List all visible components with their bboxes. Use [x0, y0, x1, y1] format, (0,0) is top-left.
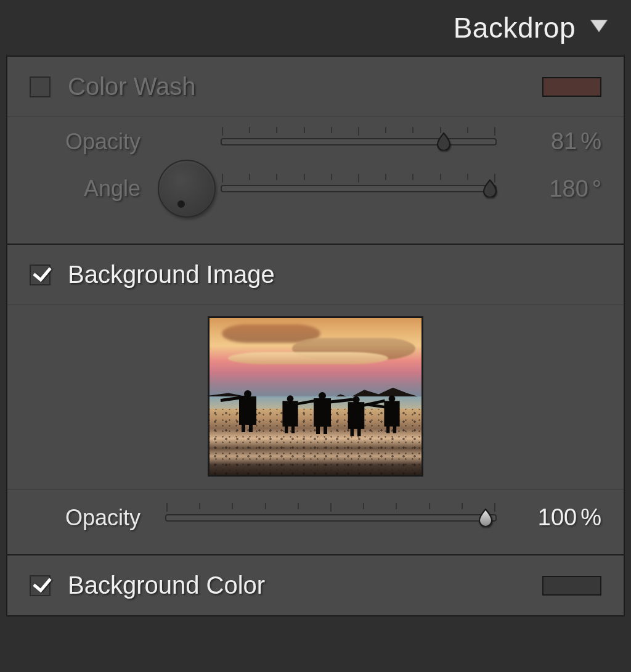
color-wash-swatch[interactable]: [542, 77, 601, 97]
background-color-header: Background Color: [7, 555, 624, 615]
angle-slider-row: Angle: [30, 160, 601, 218]
background-image-thumbnail-area: [7, 305, 624, 489]
color-wash-sliders: Opacity 81%: [7, 117, 624, 244]
opacity-slider-row: Opacity 81%: [30, 128, 601, 155]
opacity-label: Opacity: [30, 129, 153, 155]
bg-image-opacity-value[interactable]: 100%: [497, 504, 601, 531]
svg-marker-0: [590, 20, 608, 32]
panel-header[interactable]: Backdrop: [6, 0, 625, 55]
angle-label: Angle: [30, 176, 153, 202]
panel-body: Color Wash Opacity: [6, 55, 625, 617]
color-wash-header: Color Wash: [7, 57, 624, 117]
background-color-swatch[interactable]: [542, 576, 601, 596]
background-image-thumbnail[interactable]: [208, 316, 423, 477]
slider-thumb-icon[interactable]: [477, 508, 494, 527]
color-wash-opacity-value[interactable]: 81%: [497, 128, 601, 155]
color-wash-angle-slider[interactable]: [221, 176, 497, 201]
background-image-section: Background Image Opacity: [7, 245, 624, 555]
background-color-title: Background Color: [68, 572, 525, 599]
slider-thumb-icon[interactable]: [481, 179, 499, 197]
background-image-title: Background Image: [68, 261, 601, 289]
background-color-section: Background Color: [7, 555, 624, 615]
color-wash-angle-value[interactable]: 180°: [497, 176, 601, 202]
color-wash-section: Color Wash Opacity: [7, 57, 624, 245]
backdrop-panel: Backdrop Color Wash Opacity: [0, 0, 631, 672]
angle-dial[interactable]: [158, 160, 216, 218]
background-image-header: Background Image: [7, 245, 624, 305]
color-wash-checkbox[interactable]: [30, 76, 51, 97]
bg-image-opacity-label: Opacity: [30, 505, 153, 531]
background-image-checkbox[interactable]: [30, 264, 51, 285]
background-color-checkbox[interactable]: [30, 575, 51, 596]
color-wash-opacity-slider[interactable]: [221, 129, 497, 154]
slider-thumb-icon[interactable]: [435, 132, 452, 150]
panel-title: Backdrop: [454, 11, 576, 44]
bg-image-opacity-slider[interactable]: [165, 506, 497, 530]
color-wash-title: Color Wash: [68, 73, 525, 100]
background-image-opacity-area: Opacity: [7, 489, 624, 554]
disclosure-triangle-icon[interactable]: [590, 20, 608, 36]
